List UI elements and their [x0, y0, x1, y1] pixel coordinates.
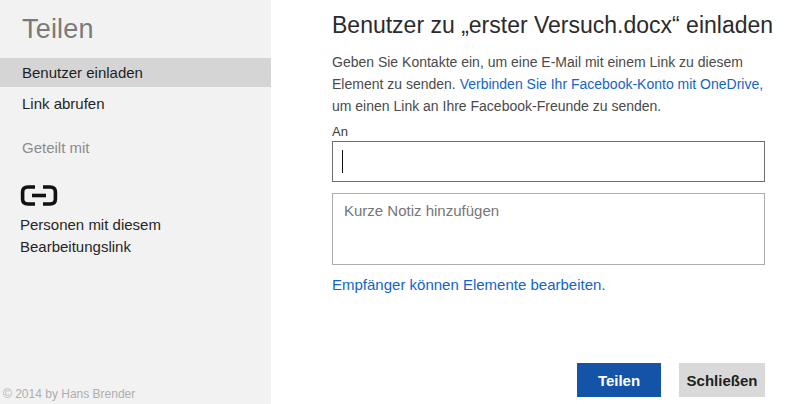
sidebar-item-label: Benutzer einladen [22, 64, 143, 81]
shared-edit-link-label: Personen mit diesem Bearbeitungslink [20, 214, 210, 258]
to-field-label: An [332, 124, 348, 139]
sidebar-item-benutzer-einladen[interactable]: Benutzer einladen [0, 58, 271, 87]
to-input[interactable] [333, 142, 764, 181]
facebook-connect-link[interactable]: Verbinden Sie Ihr Facebook-Konto mit One… [460, 76, 764, 92]
invite-people-panel: Benutzer zu „erster Versuch.docx“ einlad… [332, 0, 765, 404]
to-field-wrapper [332, 141, 765, 182]
copyright-text: © 2014 by Hans Brender [3, 387, 135, 401]
sidebar-title: Teilen [22, 14, 94, 45]
sidebar-item-label: Link abrufen [22, 95, 105, 112]
close-button[interactable]: Schließen [679, 363, 765, 397]
chain-link-icon [20, 185, 210, 206]
description-text-after: um einen Link an Ihre Facebook-Freunde z… [332, 98, 661, 114]
share-button[interactable]: Teilen [577, 363, 661, 397]
note-textarea[interactable] [332, 193, 765, 265]
share-sidebar: Teilen Benutzer einladen Link abrufen Ge… [0, 0, 271, 404]
dialog-description: Geben Sie Kontakte ein, um eine E-Mail m… [332, 51, 782, 117]
dialog-button-row: Teilen Schließen [332, 363, 765, 397]
dialog-title: Benutzer zu „erster Versuch.docx“ einlad… [332, 12, 773, 39]
shared-edit-link-item[interactable]: Personen mit diesem Bearbeitungslink [20, 185, 210, 258]
shared-with-header: Geteilt mit [22, 139, 90, 156]
sidebar-item-link-abrufen[interactable]: Link abrufen [0, 89, 271, 118]
recipients-permission-link[interactable]: Empfänger können Elemente bearbeiten. [332, 276, 606, 293]
